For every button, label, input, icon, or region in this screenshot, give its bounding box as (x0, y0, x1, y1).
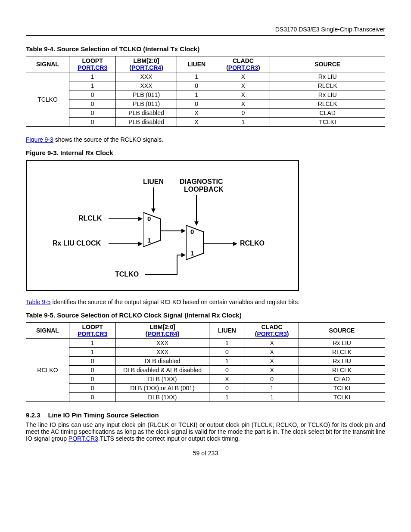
signal-cell: TCLKO (26, 72, 69, 127)
mux-input-0: 0 (147, 215, 151, 222)
wire (145, 274, 177, 275)
col-lbm: LBM[2:0] (PORT.CR4) (116, 56, 177, 72)
col-source: SOURCE (299, 323, 385, 339)
col-loopt: LOOPT PORT.CR3 (69, 323, 115, 339)
wire (203, 243, 237, 244)
wire (196, 195, 197, 225)
table-9-5-caption: Table 9-5. Source Selection of RCLKO Clo… (26, 311, 385, 319)
col-lbm: LBM[2:0] (PORT.CR4) (116, 323, 209, 339)
link-portcr3[interactable]: PORT.CR3 (78, 330, 107, 337)
col-liuen: LIUEN (177, 56, 216, 72)
wire (109, 218, 142, 219)
table-9-4: SIGNAL LOOPT PORT.CR3 LBM[2:0] (PORT.CR4… (26, 56, 385, 127)
running-header: DS3170 DS3/E3 Single-Chip Transceiver (26, 26, 385, 36)
link-portcr3[interactable]: PORT.CR3 (68, 435, 98, 442)
mux-diagnostic: 0 1 (186, 225, 208, 255)
link-portcr4[interactable]: PORT.CR4 (147, 330, 177, 337)
link-portcr3[interactable]: PORT.CR3 (78, 64, 107, 71)
link-figure-9-3[interactable]: Figure 9-3 (26, 136, 53, 143)
wire (109, 243, 142, 244)
section-title: Line IO Pin Timing Source Selection (48, 411, 159, 419)
mux-liuen: 0 1 (143, 212, 165, 243)
wire (177, 255, 177, 275)
col-source: SOURCE (270, 56, 385, 72)
mux-input-1: 1 (190, 249, 194, 253)
table-9-5: SIGNAL LOOPT PORT.CR3 LBM[2:0] (PORT.CR4… (26, 322, 385, 402)
paragraph-fig93-ref: Figure 9-3 shows the source of the RCLKO… (26, 136, 385, 143)
col-signal: SIGNAL (26, 56, 69, 72)
wire (177, 255, 185, 255)
table-row: 1XXX0XRLCLK (26, 348, 385, 357)
label-liuen: LIUEN (143, 178, 164, 186)
figure-9-3-diagram: LIUEN DIAGNOSTIC LOOPBACK RLCLK Rx LIU C… (26, 160, 299, 291)
label-rxliu: Rx LIU CLOCK (53, 240, 101, 247)
col-loopt: LOOPT PORT.CR3 (69, 56, 115, 72)
col-cladc: CLADC (PORT.CR3) (245, 323, 299, 339)
table-row: 0DLB (1XX)X0CLAD (26, 375, 385, 384)
link-table-9-5[interactable]: Table 9-5 (26, 299, 51, 305)
label-diagnostic: DIAGNOSTIC (180, 178, 223, 186)
table-row: 0DLB (1XX)11TCLKI (26, 393, 385, 402)
table-row: RCLKO 1XXX1XRx LIU (26, 339, 385, 348)
link-portcr3[interactable]: PORT.CR3 (257, 330, 286, 337)
page-number: 59 of 233 (26, 450, 385, 457)
table-row: 0DLB disabled & ALB disabled0XRLCLK (26, 366, 385, 375)
table-row: 0DLB (1XX) or ALB (001)01TCLKI (26, 384, 385, 393)
col-cladc: CLADC (PORT.CR3) (216, 56, 270, 72)
signal-cell: RCLKO (26, 339, 69, 402)
table-row: 0PLB (011)1XRx LIU (26, 90, 385, 100)
table-row: 0DLB disabled1XRx LIU (26, 357, 385, 366)
link-portcr4[interactable]: PORT.CR4 (131, 64, 161, 71)
wire (153, 187, 154, 212)
table-row: 1XXX0XRLCLK (26, 81, 385, 90)
table-9-4-caption: Table 9-4. Source Selection of TCLKO (In… (26, 45, 385, 53)
label-rclko: RCLKO (240, 240, 265, 247)
label-loopback: LOOPBACK (184, 186, 224, 193)
mux-input-0: 0 (190, 228, 194, 235)
table-row: 0PLB (011)0XRLCLK (26, 100, 385, 109)
label-tclko: TCLKO (115, 271, 139, 278)
label-rlclk: RLCLK (78, 215, 102, 222)
table-row: 0PLB disabledX1TCLKI (26, 118, 385, 127)
col-liuen: LIUEN (209, 323, 245, 339)
wire (160, 230, 185, 231)
link-portcr3[interactable]: PORT.CR3 (228, 64, 258, 71)
paragraph-table95-ref: Table 9-5 identifies the source of the o… (26, 299, 385, 305)
figure-9-3-caption: Figure 9-3. Internal Rx Clock (26, 149, 385, 156)
section-9-2-3-body: The line IO pins can use any input clock… (26, 421, 385, 442)
section-number: 9.2.3 (26, 411, 40, 419)
col-signal: SIGNAL (26, 323, 69, 339)
mux-input-1: 1 (147, 236, 151, 240)
table-row: 0PLB disabledX0CLAD (26, 109, 385, 118)
table-row: TCLKO 1XXX1XRx LIU (26, 72, 385, 81)
svg-marker-0 (143, 212, 160, 247)
svg-marker-1 (186, 225, 203, 260)
section-9-2-3-heading: 9.2.3Line IO Pin Timing Source Selection (26, 411, 385, 419)
